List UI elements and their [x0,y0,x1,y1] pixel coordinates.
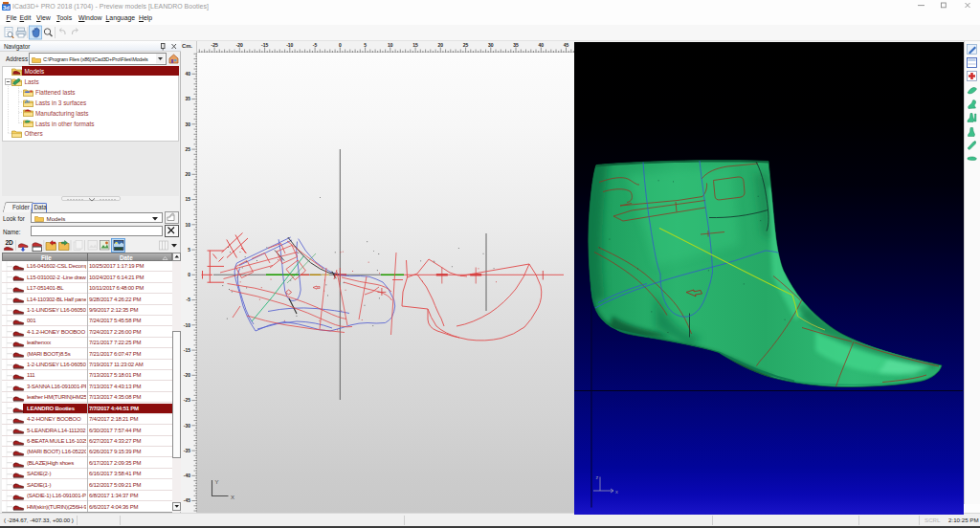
svg-text:0: 0 [339,42,342,48]
svg-text:-25: -25 [211,42,217,48]
svg-text:z: z [596,473,599,479]
svg-text:-5: -5 [313,42,318,48]
svg-text:30: 30 [488,42,494,48]
svg-text:0: 0 [188,272,190,277]
svg-text:-20: -20 [184,372,190,378]
svg-text:-25: -25 [184,397,190,403]
svg-text:-15: -15 [184,347,190,353]
svg-text:5: 5 [188,247,190,253]
svg-text:15: 15 [185,196,190,202]
svg-text:25: 25 [463,42,469,48]
svg-text:40: 40 [539,42,545,48]
svg-text:25: 25 [185,146,190,152]
svg-text:20: 20 [185,171,190,177]
svg-text:45: 45 [564,42,569,48]
svg-text:-35: -35 [184,448,190,453]
svg-text:3d: 3d [3,5,10,11]
svg-text:15: 15 [412,42,418,48]
svg-text:35: 35 [185,96,190,101]
svg-text:-10: -10 [184,322,190,328]
svg-text:-15: -15 [261,42,268,48]
svg-text:-20: -20 [236,42,243,48]
svg-text:10: 10 [185,222,190,228]
svg-text:-45: -45 [184,497,190,503]
svg-text:20: 20 [438,42,444,48]
svg-text:X: X [231,495,234,500]
svg-text:x: x [615,488,618,494]
svg-text:-40: -40 [184,473,190,478]
svg-text:-5: -5 [187,297,191,302]
svg-text:30: 30 [185,121,190,127]
svg-text:-30: -30 [184,423,190,429]
svg-text:35: 35 [513,42,519,48]
svg-text:-10: -10 [286,42,293,48]
svg-text:40: 40 [185,71,190,77]
svg-text:Y: Y [215,479,219,485]
svg-text:5: 5 [364,42,367,48]
svg-text:2D: 2D [6,239,14,246]
svg-text:10: 10 [388,42,393,48]
